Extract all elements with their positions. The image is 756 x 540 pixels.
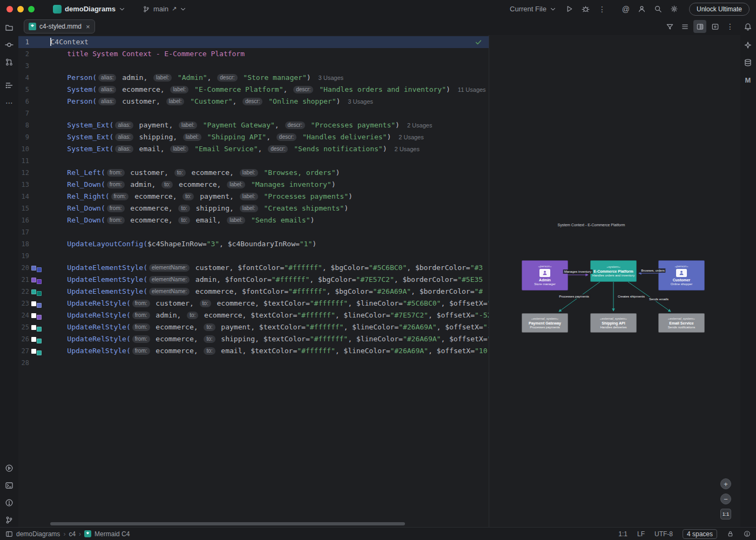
code-editor[interactable]: 1C4Context2 title System Context - E-Com…: [18, 35, 489, 527]
inlay-hint[interactable]: label:: [166, 98, 185, 105]
code-line[interactable]: 22 UpdateElementStyle(elementName: ecomm…: [18, 286, 489, 298]
services-tool-button[interactable]: [3, 462, 16, 475]
editor-gutter[interactable]: 22: [18, 286, 50, 298]
inlay-hint[interactable]: from:: [107, 181, 125, 188]
inlay-hint[interactable]: to:: [183, 193, 194, 200]
editor-gutter[interactable]: 1: [18, 36, 50, 48]
editor-only-view-button[interactable]: [678, 20, 691, 33]
line-number[interactable]: 12: [18, 167, 29, 179]
inlay-hint[interactable]: alias:: [115, 145, 133, 153]
inlay-hint[interactable]: elementName:: [149, 288, 190, 295]
editor-gutter[interactable]: 16: [18, 214, 50, 226]
editor-gutter[interactable]: 20: [18, 262, 50, 274]
inlay-hint[interactable]: from:: [107, 169, 125, 177]
code-line[interactable]: 26 UpdateRelStyle(from: ecommerce, to: s…: [18, 333, 489, 345]
mermaid-tool-button[interactable]: M: [741, 73, 754, 86]
window-close-button[interactable]: [6, 6, 13, 12]
editor-gutter[interactable]: 12: [18, 167, 50, 179]
editor-and-preview-view-button[interactable]: [693, 20, 706, 33]
usages-hint[interactable]: 2 Usages: [394, 146, 419, 152]
inlay-hint[interactable]: label:: [170, 86, 188, 93]
color-chip[interactable]: [37, 327, 42, 332]
editor-gutter[interactable]: 5: [18, 84, 50, 96]
structure-tool-button[interactable]: [3, 79, 16, 92]
editor-gutter[interactable]: 8: [18, 119, 50, 131]
inlay-hint[interactable]: elementName:: [149, 264, 190, 272]
code-line[interactable]: 14 Rel_Right(from: ecommerce, to: paymen…: [18, 191, 489, 202]
code-line[interactable]: 27 UpdateRelStyle(from: ecommerce, to: e…: [18, 345, 489, 357]
editor-gutter[interactable]: 17: [18, 226, 50, 238]
code-with-me-button[interactable]: @: [619, 3, 633, 16]
usages-hint[interactable]: 11 Usages: [458, 86, 486, 93]
editor-gutter[interactable]: 13: [18, 179, 50, 191]
code-line[interactable]: 19: [18, 250, 489, 262]
inlay-hint[interactable]: alias:: [115, 122, 133, 129]
caret-position[interactable]: 1:1: [618, 530, 627, 538]
line-number[interactable]: 21: [18, 274, 29, 286]
line-number[interactable]: 26: [18, 333, 29, 345]
inlay-hint[interactable]: to:: [204, 335, 215, 343]
color-chip[interactable]: [31, 325, 36, 330]
editor-gutter[interactable]: 10: [18, 143, 50, 155]
color-chip[interactable]: [31, 301, 36, 306]
editor-gutter[interactable]: 26: [18, 333, 50, 345]
inlay-hint[interactable]: label:: [170, 145, 188, 153]
inlay-hint[interactable]: to:: [178, 205, 190, 212]
code-line[interactable]: 17: [18, 226, 489, 238]
indent-size[interactable]: 4 spaces: [683, 529, 717, 539]
tab-close-icon[interactable]: ×: [86, 23, 90, 31]
editor-gutter[interactable]: 4: [18, 72, 50, 84]
code-line[interactable]: 13 Rel_Down(from: admin, to: ecommerce, …: [18, 179, 489, 191]
code-line[interactable]: 2 title System Context - E-Commerce Plat…: [18, 48, 489, 60]
code-line[interactable]: 7: [18, 107, 489, 119]
run-configuration-selector[interactable]: Current File: [505, 3, 561, 15]
line-number[interactable]: 23: [18, 298, 29, 309]
inlay-hint[interactable]: from:: [132, 335, 150, 343]
line-number[interactable]: 8: [18, 119, 29, 131]
line-number[interactable]: 27: [18, 345, 29, 357]
ai-assistant-tool-button[interactable]: [741, 39, 754, 52]
line-number[interactable]: 4: [18, 72, 29, 84]
inlay-hint[interactable]: label:: [227, 181, 245, 188]
window-minimize-button[interactable]: [17, 6, 24, 12]
zoom-out-button[interactable]: −: [720, 494, 731, 504]
line-number[interactable]: 18: [18, 238, 29, 250]
inlay-hint[interactable]: descr:: [268, 145, 288, 153]
line-number[interactable]: 15: [18, 202, 29, 214]
inlay-hint[interactable]: label:: [179, 122, 197, 129]
line-number[interactable]: 1: [18, 36, 29, 48]
tab-c4-styled-mmd[interactable]: c4-styled.mmd ×: [24, 19, 95, 33]
code-line[interactable]: 28: [18, 357, 489, 369]
code-line[interactable]: 3: [18, 60, 489, 72]
editor-horizontal-scrollbar[interactable]: [18, 522, 489, 526]
color-chip[interactable]: [37, 267, 42, 272]
color-chip[interactable]: [31, 278, 36, 282]
line-number[interactable]: 3: [18, 60, 29, 72]
database-tool-button[interactable]: [741, 56, 754, 69]
editor-gutter[interactable]: 9: [18, 131, 50, 143]
inlay-hint[interactable]: from:: [132, 312, 150, 319]
inlay-hint[interactable]: descr:: [242, 98, 262, 105]
code-line[interactable]: 9 System_Ext(alias: shipping, label: "Sh…: [18, 131, 489, 143]
terminal-tool-button[interactable]: [3, 479, 16, 492]
settings-button[interactable]: [667, 3, 681, 16]
inlay-hint[interactable]: to:: [174, 169, 186, 177]
inlay-hint[interactable]: label:: [153, 74, 172, 82]
line-number[interactable]: 11: [18, 155, 29, 167]
inlay-hint[interactable]: to:: [187, 312, 198, 319]
inlay-hint[interactable]: to:: [161, 181, 173, 188]
editor-gutter[interactable]: 27: [18, 345, 50, 357]
alert-circle-icon[interactable]: [744, 530, 751, 537]
line-number[interactable]: 20: [18, 262, 29, 274]
line-number[interactable]: 16: [18, 214, 29, 226]
lock-icon[interactable]: [727, 530, 734, 537]
color-chip[interactable]: [31, 349, 36, 354]
editor-gutter[interactable]: 23: [18, 298, 50, 309]
color-chip[interactable]: [37, 279, 42, 284]
line-number[interactable]: 19: [18, 250, 29, 262]
line-number[interactable]: 24: [18, 309, 29, 321]
editor-gutter[interactable]: 24: [18, 309, 50, 321]
inlay-hint[interactable]: from:: [107, 205, 125, 212]
editor-gutter[interactable]: 2: [18, 48, 50, 60]
editor-gutter[interactable]: 11: [18, 155, 50, 167]
